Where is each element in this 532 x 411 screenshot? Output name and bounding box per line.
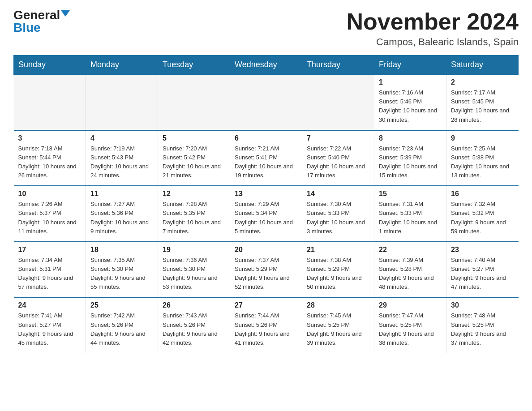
day-cell: 14Sunrise: 7:30 AM Sunset: 5:33 PM Dayli… (302, 186, 374, 242)
day-cell: 7Sunrise: 7:22 AM Sunset: 5:40 PM Daylig… (302, 130, 374, 186)
day-info: Sunrise: 7:47 AM Sunset: 5:25 PM Dayligh… (379, 311, 442, 347)
day-cell: 15Sunrise: 7:31 AM Sunset: 5:33 PM Dayli… (374, 186, 446, 242)
day-info: Sunrise: 7:43 AM Sunset: 5:26 PM Dayligh… (163, 311, 225, 347)
day-number: 29 (379, 301, 442, 309)
day-header-saturday: Saturday (446, 56, 519, 75)
day-info: Sunrise: 7:25 AM Sunset: 5:38 PM Dayligh… (451, 144, 514, 180)
day-info: Sunrise: 7:40 AM Sunset: 5:27 PM Dayligh… (451, 256, 514, 292)
day-number: 16 (451, 190, 514, 198)
day-header-sunday: Sunday (14, 56, 86, 75)
week-row-2: 3Sunrise: 7:18 AM Sunset: 5:44 PM Daylig… (14, 130, 519, 186)
day-cell: 27Sunrise: 7:44 AM Sunset: 5:26 PM Dayli… (230, 297, 302, 353)
day-info: Sunrise: 7:30 AM Sunset: 5:33 PM Dayligh… (307, 200, 369, 236)
day-header-wednesday: Wednesday (230, 56, 302, 75)
day-cell: 21Sunrise: 7:38 AM Sunset: 5:29 PM Dayli… (302, 242, 374, 298)
day-header-tuesday: Tuesday (158, 56, 230, 75)
day-number: 18 (90, 246, 153, 254)
day-cell (302, 74, 374, 130)
day-cell: 2Sunrise: 7:17 AM Sunset: 5:45 PM Daylig… (446, 74, 519, 130)
day-number: 21 (307, 246, 369, 254)
month-title: November 2024 (347, 9, 519, 34)
day-info: Sunrise: 7:34 AM Sunset: 5:31 PM Dayligh… (18, 256, 82, 292)
day-header-friday: Friday (374, 56, 446, 75)
day-info: Sunrise: 7:28 AM Sunset: 5:35 PM Dayligh… (163, 200, 225, 236)
day-cell (86, 74, 158, 130)
day-cell: 3Sunrise: 7:18 AM Sunset: 5:44 PM Daylig… (14, 130, 86, 186)
day-number: 19 (163, 246, 225, 254)
day-number: 22 (379, 246, 442, 254)
day-info: Sunrise: 7:31 AM Sunset: 5:33 PM Dayligh… (379, 200, 442, 236)
day-info: Sunrise: 7:37 AM Sunset: 5:29 PM Dayligh… (235, 256, 297, 292)
day-number: 24 (18, 301, 82, 309)
day-cell: 19Sunrise: 7:36 AM Sunset: 5:30 PM Dayli… (158, 242, 230, 298)
day-info: Sunrise: 7:27 AM Sunset: 5:36 PM Dayligh… (90, 200, 153, 236)
day-number: 26 (163, 301, 225, 309)
logo-general-text: General (13, 9, 60, 21)
day-cell: 12Sunrise: 7:28 AM Sunset: 5:35 PM Dayli… (158, 186, 230, 242)
day-cell: 20Sunrise: 7:37 AM Sunset: 5:29 PM Dayli… (230, 242, 302, 298)
day-cell: 26Sunrise: 7:43 AM Sunset: 5:26 PM Dayli… (158, 297, 230, 353)
day-number: 3 (18, 134, 82, 142)
logo-triangle-icon (61, 10, 70, 17)
day-header-monday: Monday (86, 56, 158, 75)
day-info: Sunrise: 7:21 AM Sunset: 5:41 PM Dayligh… (235, 144, 297, 180)
day-info: Sunrise: 7:44 AM Sunset: 5:26 PM Dayligh… (235, 311, 297, 347)
day-number: 13 (235, 190, 297, 198)
day-number: 9 (451, 134, 514, 142)
day-info: Sunrise: 7:36 AM Sunset: 5:30 PM Dayligh… (163, 256, 225, 292)
day-number: 7 (307, 134, 369, 142)
day-info: Sunrise: 7:39 AM Sunset: 5:28 PM Dayligh… (379, 256, 442, 292)
logo: General Blue (13, 9, 70, 34)
day-info: Sunrise: 7:22 AM Sunset: 5:40 PM Dayligh… (307, 144, 369, 180)
title-area: November 2024 Campos, Balearic Islands, … (347, 9, 519, 48)
day-cell: 25Sunrise: 7:42 AM Sunset: 5:26 PM Dayli… (86, 297, 158, 353)
day-info: Sunrise: 7:23 AM Sunset: 5:39 PM Dayligh… (379, 144, 442, 180)
week-row-5: 24Sunrise: 7:41 AM Sunset: 5:27 PM Dayli… (14, 297, 519, 353)
day-cell: 13Sunrise: 7:29 AM Sunset: 5:34 PM Dayli… (230, 186, 302, 242)
calendar-table: SundayMondayTuesdayWednesdayThursdayFrid… (13, 55, 519, 353)
day-cell: 22Sunrise: 7:39 AM Sunset: 5:28 PM Dayli… (374, 242, 446, 298)
week-row-1: 1Sunrise: 7:16 AM Sunset: 5:46 PM Daylig… (14, 74, 519, 130)
day-cell: 4Sunrise: 7:19 AM Sunset: 5:43 PM Daylig… (86, 130, 158, 186)
day-number: 14 (307, 190, 369, 198)
day-cell: 24Sunrise: 7:41 AM Sunset: 5:27 PM Dayli… (14, 297, 86, 353)
day-number: 8 (379, 134, 442, 142)
day-info: Sunrise: 7:32 AM Sunset: 5:32 PM Dayligh… (451, 200, 514, 236)
day-info: Sunrise: 7:48 AM Sunset: 5:25 PM Dayligh… (451, 311, 514, 347)
header: General Blue November 2024 Campos, Balea… (13, 9, 519, 48)
day-info: Sunrise: 7:19 AM Sunset: 5:43 PM Dayligh… (90, 144, 153, 180)
day-info: Sunrise: 7:38 AM Sunset: 5:29 PM Dayligh… (307, 256, 369, 292)
day-number: 25 (90, 301, 153, 309)
day-info: Sunrise: 7:41 AM Sunset: 5:27 PM Dayligh… (18, 311, 82, 347)
day-cell: 18Sunrise: 7:35 AM Sunset: 5:30 PM Dayli… (86, 242, 158, 298)
location-title: Campos, Balearic Islands, Spain (347, 36, 519, 48)
day-cell: 8Sunrise: 7:23 AM Sunset: 5:39 PM Daylig… (374, 130, 446, 186)
day-cell (230, 74, 302, 130)
day-number: 4 (90, 134, 153, 142)
day-cell (14, 74, 86, 130)
day-cell: 23Sunrise: 7:40 AM Sunset: 5:27 PM Dayli… (446, 242, 519, 298)
day-number: 5 (163, 134, 225, 142)
day-number: 1 (379, 78, 442, 86)
day-number: 20 (235, 246, 297, 254)
day-info: Sunrise: 7:17 AM Sunset: 5:45 PM Dayligh… (451, 88, 514, 124)
day-cell: 9Sunrise: 7:25 AM Sunset: 5:38 PM Daylig… (446, 130, 519, 186)
day-number: 30 (451, 301, 514, 309)
day-cell: 29Sunrise: 7:47 AM Sunset: 5:25 PM Dayli… (374, 297, 446, 353)
day-info: Sunrise: 7:16 AM Sunset: 5:46 PM Dayligh… (379, 88, 442, 124)
day-cell: 16Sunrise: 7:32 AM Sunset: 5:32 PM Dayli… (446, 186, 519, 242)
day-info: Sunrise: 7:18 AM Sunset: 5:44 PM Dayligh… (18, 144, 82, 180)
day-number: 28 (307, 301, 369, 309)
day-cell: 11Sunrise: 7:27 AM Sunset: 5:36 PM Dayli… (86, 186, 158, 242)
day-number: 17 (18, 246, 82, 254)
day-number: 15 (379, 190, 442, 198)
day-cell: 5Sunrise: 7:20 AM Sunset: 5:42 PM Daylig… (158, 130, 230, 186)
day-cell (158, 74, 230, 130)
day-number: 23 (451, 246, 514, 254)
day-number: 27 (235, 301, 297, 309)
day-number: 6 (235, 134, 297, 142)
day-cell: 28Sunrise: 7:45 AM Sunset: 5:25 PM Dayli… (302, 297, 374, 353)
day-info: Sunrise: 7:45 AM Sunset: 5:25 PM Dayligh… (307, 311, 369, 347)
day-info: Sunrise: 7:42 AM Sunset: 5:26 PM Dayligh… (90, 311, 153, 347)
day-info: Sunrise: 7:35 AM Sunset: 5:30 PM Dayligh… (90, 256, 153, 292)
